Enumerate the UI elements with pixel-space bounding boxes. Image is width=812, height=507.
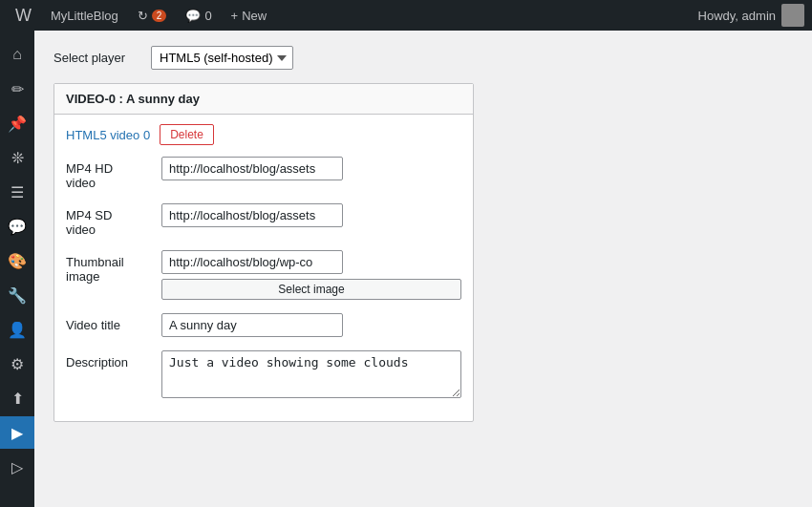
sidebar-icon-tools[interactable]: 🔧: [0, 279, 34, 311]
video-title-input[interactable]: [161, 313, 343, 337]
updates-item[interactable]: ↻ 2: [130, 0, 175, 31]
sidebar-icon-upload[interactable]: ⬆: [0, 382, 34, 414]
select-player-label: Select player: [53, 51, 139, 65]
sidebar-icon-pages[interactable]: ☰: [0, 176, 34, 208]
mp4-hd-field: [161, 157, 461, 180]
video-title-label: Video title: [66, 313, 152, 332]
refresh-icon: ↻: [138, 9, 148, 23]
mp4-sd-row: MP4 SDvideo: [66, 203, 461, 237]
howdy-text: Howdy, admin: [698, 9, 776, 23]
sidebar-icon-comments[interactable]: 💬: [0, 210, 34, 243]
sidebar-icon-feedback[interactable]: ❊: [0, 141, 34, 174]
thumbnail-label: Thumbnailimage: [66, 250, 152, 284]
wp-logo[interactable]: W: [8, 0, 39, 31]
mp4-sd-label: MP4 SDvideo: [66, 203, 152, 237]
sidebar-icon-video[interactable]: ▶: [0, 416, 34, 449]
thumbnail-input[interactable]: [161, 250, 343, 274]
comments-count: 0: [204, 9, 211, 23]
sidebar-icon-dashboard[interactable]: ⌂: [0, 38, 34, 71]
panel-title: VIDEO-0 : A sunny day: [54, 84, 473, 115]
mp4-hd-label: MP4 HDvideo: [66, 157, 152, 190]
delete-button[interactable]: Delete: [160, 124, 214, 145]
howdy-section[interactable]: Howdy, admin: [698, 4, 804, 27]
sidebar-icon-users[interactable]: 👤: [0, 313, 34, 346]
select-player-row: Select player HTML5 (self-hosted): [53, 46, 793, 70]
new-content-item[interactable]: + New: [224, 0, 275, 31]
description-label: Description: [66, 350, 152, 370]
comments-icon: 💬: [185, 9, 201, 23]
plus-icon: +: [231, 9, 239, 23]
thumbnail-row: Thumbnailimage Select image: [66, 250, 461, 300]
comments-item[interactable]: 💬 0: [178, 0, 219, 31]
admin-bar: W MyLittleBlog ↻ 2 💬 0 + New Howdy, admi…: [0, 0, 812, 31]
mp4-hd-row: MP4 HDvideo: [66, 157, 461, 190]
video-title-row: Video title: [66, 313, 461, 337]
video-tab-link[interactable]: HTML5 video 0: [66, 128, 150, 142]
sidebar-icon-settings[interactable]: ⚙: [0, 348, 34, 380]
panel-body: HTML5 video 0 Delete MP4 HDvideo MP4 SDv…: [54, 115, 473, 421]
sidebar-icon-play[interactable]: ▷: [0, 451, 34, 483]
mp4-hd-input[interactable]: [161, 157, 343, 180]
sidebar: ⌂ ✏ 📌 ❊ ☰ 💬 🎨 🔧 👤 ⚙ ⬆ ▶ ▷: [0, 31, 34, 507]
mp4-sd-field: [161, 203, 461, 227]
new-label: New: [242, 9, 267, 23]
description-textarea[interactable]: Just a video showing some clouds: [161, 350, 461, 398]
site-name-item[interactable]: MyLittleBlog: [43, 0, 126, 31]
avatar: [781, 4, 804, 27]
main-content: Select player HTML5 (self-hosted) VIDEO-…: [34, 31, 812, 507]
video-tab-row: HTML5 video 0 Delete: [66, 124, 461, 145]
description-field: Just a video showing some clouds: [161, 350, 461, 398]
sidebar-icon-pin[interactable]: 📌: [0, 107, 34, 139]
video-panel: VIDEO-0 : A sunny day HTML5 video 0 Dele…: [53, 83, 474, 422]
video-title-field: [161, 313, 461, 337]
site-name-text: MyLittleBlog: [51, 9, 118, 23]
description-row: Description Just a video showing some cl…: [66, 350, 461, 398]
wp-logo-text: W: [15, 6, 32, 26]
select-image-button[interactable]: Select image: [161, 279, 461, 300]
player-select[interactable]: HTML5 (self-hosted): [151, 46, 293, 70]
updates-count: 2: [152, 10, 167, 22]
mp4-sd-input[interactable]: [161, 203, 343, 227]
sidebar-icon-posts[interactable]: ✏: [0, 73, 34, 105]
sidebar-icon-appearance[interactable]: 🎨: [0, 244, 34, 277]
thumbnail-field: Select image: [161, 250, 461, 300]
